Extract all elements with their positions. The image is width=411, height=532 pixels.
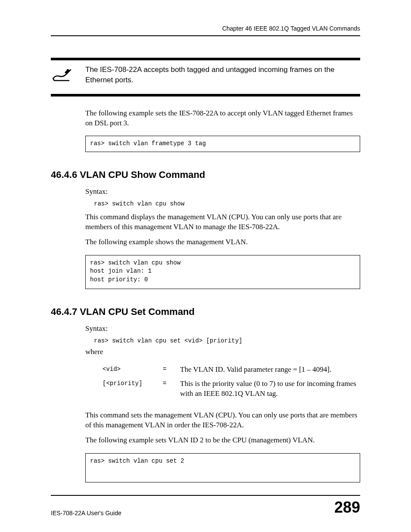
param-name: <vid> bbox=[103, 365, 163, 373]
note-text: The IES-708-22A accepts both tagged and … bbox=[72, 65, 360, 85]
param-desc: The VLAN ID. Valid parameter range = [1 … bbox=[180, 365, 360, 375]
page-number: 289 bbox=[334, 498, 360, 516]
section-647-desc2: The following example sets VLAN ID 2 to … bbox=[85, 436, 360, 445]
section-heading-646: 46.4.6 VLAN CPU Show Command bbox=[51, 169, 360, 180]
note-block: The IES-708-22A accepts both tagged and … bbox=[51, 58, 360, 96]
page-header: Chapter 46 IEEE 802.1Q Tagged VLAN Comma… bbox=[51, 25, 360, 36]
param-row: <vid> = The VLAN ID. Valid parameter ran… bbox=[103, 365, 360, 375]
code-example-1: ras> switch vlan frametype 3 tag bbox=[85, 136, 360, 152]
intro-paragraph: The following example sets the IES-708-2… bbox=[85, 109, 360, 128]
param-name: [<priority] bbox=[103, 379, 163, 387]
param-eq: = bbox=[163, 379, 180, 387]
where-label: where bbox=[85, 348, 360, 356]
syntax-label: Syntax: bbox=[85, 324, 360, 333]
param-desc: This is the priority value (0 to 7) to u… bbox=[180, 379, 360, 399]
section-heading-647: 46.4.7 VLAN CPU Set Command bbox=[51, 306, 360, 317]
param-eq: = bbox=[163, 365, 180, 373]
code-example-646: ras> switch vlan cpu show host join vlan… bbox=[85, 255, 360, 289]
code-example-647: ras> switch vlan cpu set 2 bbox=[85, 453, 360, 482]
section-646-desc2: The following example shows the manageme… bbox=[85, 237, 360, 247]
note-pen-icon bbox=[51, 65, 72, 84]
page-footer: IES-708-22A User's Guide 289 bbox=[51, 495, 360, 516]
param-table: <vid> = The VLAN ID. Valid parameter ran… bbox=[103, 365, 360, 399]
section-647-desc1: This command sets the management VLAN (C… bbox=[85, 411, 360, 430]
footer-title: IES-708-22A User's Guide bbox=[51, 510, 121, 516]
syntax-label: Syntax: bbox=[85, 187, 360, 196]
section-646-desc1: This command displays the management VLA… bbox=[85, 212, 360, 232]
syntax-code-647: ras> switch vlan cpu set <vid> [priority… bbox=[94, 337, 360, 344]
param-row: [<priority] = This is the priority value… bbox=[103, 379, 360, 399]
syntax-code-646: ras> switch vlan cpu show bbox=[94, 200, 360, 207]
